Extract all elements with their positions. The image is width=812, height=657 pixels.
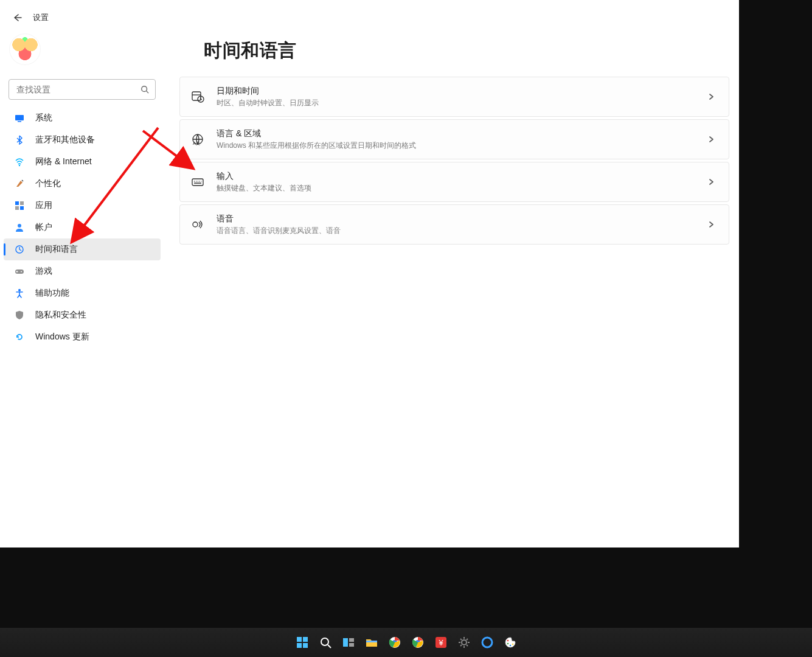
svg-rect-5	[20, 201, 24, 205]
sidebar-item-1[interactable]: 蓝牙和其他设备	[4, 129, 161, 151]
shield-icon	[15, 310, 24, 320]
taskbar-chrome[interactable]	[385, 633, 404, 652]
svg-rect-21	[297, 637, 302, 642]
svg-point-37	[482, 638, 492, 647]
chevron-right-icon	[707, 178, 715, 186]
settings-card-0[interactable]: 日期和时间 时区、自动时钟设置、日历显示	[179, 77, 729, 117]
card-text: 语言 & 区域 Windows 和某些应用根据你所在的区域设置日期和时间的格式	[217, 128, 695, 151]
sidebar-item-6[interactable]: 时间和语言	[4, 238, 161, 260]
profile-area[interactable]	[0, 29, 164, 68]
svg-rect-7	[20, 206, 24, 210]
sidebar-item-label: 隐私和安全性	[35, 310, 86, 321]
svg-point-12	[18, 289, 21, 291]
apps-icon	[15, 201, 24, 210]
sidebar-item-label: 网络 & Internet	[35, 156, 92, 167]
sidebar-item-9[interactable]: 隐私和安全性	[4, 304, 161, 326]
globe-lang-icon: A文	[191, 133, 204, 146]
svg-rect-24	[303, 643, 308, 648]
keyboard-icon	[191, 175, 204, 189]
svg-rect-29	[366, 641, 377, 642]
svg-rect-17	[192, 179, 203, 186]
chevron-right-icon	[707, 220, 715, 229]
svg-point-25	[321, 638, 328, 645]
sidebar: 系统 蓝牙和其他设备 网络 & Internet 个性化 应用 帐户 时间和语言…	[0, 29, 164, 348]
sidebar-item-label: 帐户	[35, 222, 52, 233]
settings-window: 设置 系统 蓝牙和其他设备 网络 & Internet 个性化 应用 帐户 时间…	[0, 0, 739, 548]
sidebar-item-5[interactable]: 帐户	[4, 217, 161, 238]
svg-rect-23	[297, 643, 302, 648]
user-icon	[15, 223, 24, 232]
update-icon	[15, 332, 24, 342]
svg-rect-28	[349, 643, 354, 647]
settings-card-1[interactable]: A文 语言 & 区域 Windows 和某些应用根据你所在的区域设置日期和时间的…	[179, 119, 729, 159]
card-desc: 时区、自动时钟设置、日历显示	[217, 98, 695, 108]
settings-card-3[interactable]: 语音 语音语言、语音识别麦克风设置、语音	[179, 204, 729, 245]
monitor-icon	[15, 113, 24, 123]
search-input[interactable]	[15, 84, 141, 95]
globe-clock-icon	[15, 245, 24, 254]
search-icon	[141, 85, 149, 94]
svg-rect-4	[15, 201, 19, 205]
svg-point-40	[509, 645, 511, 647]
desktop-right-gap	[739, 0, 812, 548]
taskbar-explorer[interactable]	[362, 633, 381, 652]
back-icon	[12, 13, 22, 23]
sidebar-item-0[interactable]: 系统	[4, 107, 161, 129]
sidebar-item-3[interactable]: 个性化	[4, 173, 161, 195]
card-desc: Windows 和某些应用根据你所在的区域设置日期和时间的格式	[217, 141, 695, 151]
taskbar-settings[interactable]	[454, 633, 474, 652]
sidebar-item-label: 蓝牙和其他设备	[35, 134, 95, 145]
taskbar-yuan[interactable]: ¥	[431, 633, 451, 652]
taskbar-cortana[interactable]	[477, 633, 497, 652]
svg-point-0	[142, 86, 147, 92]
card-title: 语音	[217, 214, 695, 224]
svg-text:A文: A文	[193, 141, 200, 145]
taskbar-chrome2[interactable]	[408, 633, 428, 652]
card-list: 日期和时间 时区、自动时钟设置、日历显示 A文 语言 & 区域 Windows …	[179, 77, 729, 245]
svg-rect-2	[18, 121, 21, 122]
search-input-wrap[interactable]	[9, 79, 156, 100]
sidebar-item-8[interactable]: 辅助功能	[4, 282, 161, 304]
main-content: 时间和语言 日期和时间 时区、自动时钟设置、日历显示 A文 语言 & 区域 Wi…	[179, 33, 729, 245]
sidebar-item-label: 系统	[35, 113, 52, 123]
svg-point-3	[19, 165, 20, 166]
svg-rect-1	[15, 115, 24, 120]
svg-rect-6	[15, 206, 19, 210]
avatar-icon	[10, 34, 40, 64]
sidebar-item-label: 时间和语言	[35, 244, 78, 255]
taskbar-paint[interactable]	[501, 633, 520, 652]
taskbar-start[interactable]	[293, 633, 312, 652]
sidebar-item-10[interactable]: Windows 更新	[4, 326, 161, 348]
window-header: 设置	[0, 0, 739, 29]
settings-card-2[interactable]: 输入 触摸键盘、文本建议、首选项	[179, 162, 729, 202]
sidebar-item-2[interactable]: 网络 & Internet	[4, 151, 161, 173]
page-title: 时间和语言	[204, 38, 729, 63]
back-button[interactable]	[10, 10, 24, 25]
card-text: 日期和时间 时区、自动时钟设置、日历显示	[217, 86, 695, 108]
chevron-right-icon	[707, 135, 715, 144]
card-text: 语音 语音语言、语音识别麦克风设置、语音	[217, 214, 695, 236]
sidebar-item-label: 应用	[35, 200, 52, 211]
nav-list: 系统 蓝牙和其他设备 网络 & Internet 个性化 应用 帐户 时间和语言…	[0, 107, 164, 348]
svg-point-38	[507, 640, 508, 642]
sidebar-item-label: 个性化	[35, 178, 61, 189]
sidebar-item-label: Windows 更新	[35, 332, 89, 342]
svg-text:¥: ¥	[438, 638, 443, 647]
window-title: 设置	[33, 12, 49, 23]
voice-icon	[191, 218, 204, 231]
svg-point-36	[462, 640, 467, 645]
svg-point-41	[512, 644, 513, 645]
svg-rect-22	[303, 637, 308, 642]
wifi-icon	[15, 157, 24, 167]
taskbar: ¥	[0, 628, 812, 657]
svg-point-11	[21, 271, 22, 273]
chevron-right-icon	[707, 92, 715, 101]
sidebar-item-4[interactable]: 应用	[4, 195, 161, 217]
taskbar-taskview[interactable]	[339, 633, 358, 652]
sidebar-item-7[interactable]: 游戏	[4, 260, 161, 282]
brush-icon	[15, 179, 24, 189]
svg-rect-26	[343, 638, 348, 647]
gamepad-icon	[15, 266, 24, 276]
taskbar-search[interactable]	[316, 633, 335, 652]
svg-rect-27	[349, 638, 354, 642]
